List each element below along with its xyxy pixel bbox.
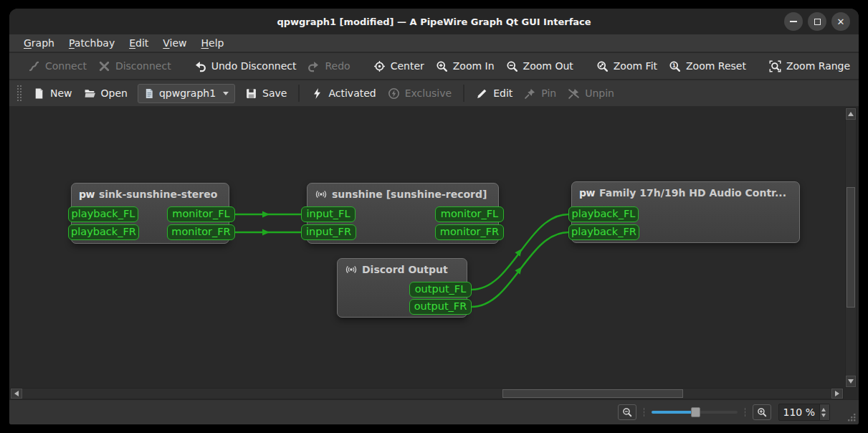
menu-view[interactable]: View bbox=[156, 36, 194, 50]
port-sunshine-input_FL[interactable]: input_FL bbox=[301, 206, 356, 222]
zoom-out-icon bbox=[506, 60, 518, 72]
zoom-range-button[interactable]: Zoom Range bbox=[763, 57, 856, 76]
toolbar-file: New Open qpwgraph1 Save Activated Exclus… bbox=[9, 80, 859, 108]
horizontal-scrollbar[interactable] bbox=[10, 388, 844, 399]
exclusive-button[interactable]: Exclusive bbox=[382, 84, 457, 103]
zoom-range-icon bbox=[769, 60, 781, 72]
menu-edit[interactable]: Edit bbox=[122, 36, 156, 50]
zoom-out-button[interactable]: Zoom Out bbox=[500, 57, 579, 76]
pipewire-icon: pw bbox=[79, 189, 95, 200]
arrow-left-icon bbox=[14, 391, 19, 396]
save-button[interactable]: Save bbox=[239, 84, 292, 103]
pin-button[interactable]: Pin bbox=[518, 84, 562, 103]
edit-button[interactable]: Edit bbox=[470, 84, 518, 103]
zoom-reset-button[interactable]: Zoom Reset bbox=[663, 57, 752, 76]
port-sink-monitor_FL[interactable]: monitor_FL bbox=[167, 206, 235, 222]
port-family-playback_FR[interactable]: playback_FR bbox=[568, 224, 639, 240]
zoom-slider[interactable] bbox=[652, 406, 738, 418]
port-sunshine-monitor_FL[interactable]: monitor_FL bbox=[435, 206, 504, 222]
graph-layer: pw sink-sunshine-stereo playback_FL play… bbox=[9, 108, 844, 388]
connect-icon bbox=[28, 60, 40, 72]
toolbar-drag-handle[interactable] bbox=[16, 85, 22, 102]
new-button[interactable]: New bbox=[27, 84, 78, 103]
statusbar-zoom-in-button[interactable] bbox=[753, 404, 771, 420]
minimize-button[interactable] bbox=[784, 12, 803, 31]
window-controls: ✕ bbox=[784, 12, 850, 31]
unpin-button[interactable]: Unpin bbox=[562, 84, 620, 103]
patchbay-selector-value: qpwgraph1 bbox=[159, 87, 216, 99]
graph-canvas[interactable]: pw sink-sunshine-stereo playback_FL play… bbox=[9, 108, 859, 399]
lightning-bolt-icon bbox=[311, 87, 323, 100]
stream-icon bbox=[315, 189, 328, 200]
connect-button[interactable]: Connect bbox=[22, 57, 92, 76]
menu-patchbay[interactable]: Patchbay bbox=[62, 36, 122, 50]
port-sink-monitor_FR[interactable]: monitor_FR bbox=[167, 224, 235, 240]
port-sunshine-input_FR[interactable]: input_FR bbox=[301, 224, 356, 240]
disconnect-button[interactable]: Disconnect bbox=[92, 57, 177, 76]
port-sink-playback_FR[interactable]: playback_FR bbox=[68, 224, 139, 240]
spin-down-button[interactable] bbox=[821, 414, 826, 417]
node-title: Discord Output bbox=[338, 259, 467, 275]
menu-graph[interactable]: Graph bbox=[16, 36, 62, 50]
pushpin-icon bbox=[524, 87, 536, 100]
disconnect-icon bbox=[98, 60, 110, 72]
zoom-percent-spinbox[interactable]: 110 % bbox=[778, 404, 830, 421]
statusbar-zoom-out-button[interactable] bbox=[618, 404, 636, 420]
arrow-down-icon bbox=[848, 379, 854, 384]
center-icon bbox=[373, 60, 386, 72]
menu-bar: Graph Patchbay Edit View Help bbox=[9, 34, 859, 53]
scroll-down-button[interactable] bbox=[846, 376, 856, 387]
scroll-up-button[interactable] bbox=[846, 108, 856, 120]
close-button[interactable]: ✕ bbox=[831, 12, 850, 31]
activated-button[interactable]: Activated bbox=[305, 84, 381, 103]
zoom-in-icon bbox=[757, 407, 767, 417]
port-sink-playback_FL[interactable]: playback_FL bbox=[68, 206, 138, 222]
vertical-scrollbar[interactable] bbox=[845, 108, 857, 388]
port-sunshine-monitor_FR[interactable]: monitor_FR bbox=[435, 224, 504, 240]
pushpin-crossed-icon bbox=[568, 87, 580, 100]
open-folder-icon bbox=[84, 87, 96, 100]
toolbar-separator bbox=[463, 85, 464, 102]
spin-up-button[interactable] bbox=[821, 408, 826, 411]
patchbay-file-icon bbox=[144, 88, 155, 99]
zoom-slider-handle[interactable] bbox=[691, 407, 700, 417]
resize-grip[interactable] bbox=[846, 412, 857, 422]
zoom-fit-icon bbox=[596, 60, 609, 72]
port-family-playback_FL[interactable]: playback_FL bbox=[568, 206, 639, 222]
redo-button[interactable]: Redo bbox=[302, 57, 356, 76]
scroll-left-button[interactable] bbox=[11, 389, 22, 399]
arrow-up-icon bbox=[848, 112, 854, 116]
node-title: pw Family 17h/19h HD Audio Contr... bbox=[572, 182, 799, 199]
connection-wires bbox=[9, 108, 844, 388]
new-document-icon bbox=[33, 87, 45, 100]
zoom-in-icon bbox=[436, 60, 448, 72]
center-button[interactable]: Center bbox=[368, 57, 430, 76]
undo-button[interactable]: Undo Disconnect bbox=[189, 57, 302, 76]
vertical-scrollbar-thumb[interactable] bbox=[846, 187, 855, 308]
open-button[interactable]: Open bbox=[78, 84, 133, 103]
port-discord-output_FL[interactable]: output_FL bbox=[409, 282, 472, 298]
chevron-down-icon bbox=[223, 92, 229, 95]
save-floppy-icon bbox=[245, 87, 257, 100]
slider-tick bbox=[745, 408, 745, 417]
status-bar: 110 % bbox=[9, 399, 859, 424]
scroll-right-button[interactable] bbox=[831, 389, 843, 399]
close-icon: ✕ bbox=[837, 17, 845, 27]
zoom-fit-button[interactable]: Zoom Fit bbox=[591, 57, 663, 76]
node-title: sunshine [sunshine-record] bbox=[307, 184, 498, 200]
pipewire-icon: pw bbox=[579, 187, 595, 199]
stream-icon bbox=[345, 264, 358, 275]
arrow-right-icon bbox=[835, 391, 839, 396]
undo-icon bbox=[194, 60, 206, 72]
toolbar-edit: Connect Disconnect Undo Disconnect Redo … bbox=[9, 53, 859, 80]
menu-help[interactable]: Help bbox=[194, 36, 232, 50]
port-discord-output_FR[interactable]: output_FR bbox=[409, 299, 472, 315]
maximize-button[interactable] bbox=[808, 12, 826, 31]
window-title: qpwgraph1 [modified] — A PipeWire Graph … bbox=[277, 16, 591, 27]
zoom-percent-value: 110 % bbox=[779, 406, 819, 418]
horizontal-scrollbar-thumb[interactable] bbox=[502, 389, 683, 398]
zoom-out-icon bbox=[622, 407, 632, 417]
zoom-in-button[interactable]: Zoom In bbox=[430, 57, 500, 76]
patchbay-selector[interactable]: qpwgraph1 bbox=[138, 84, 235, 103]
title-bar: qpwgraph1 [modified] — A PipeWire Graph … bbox=[9, 9, 859, 34]
